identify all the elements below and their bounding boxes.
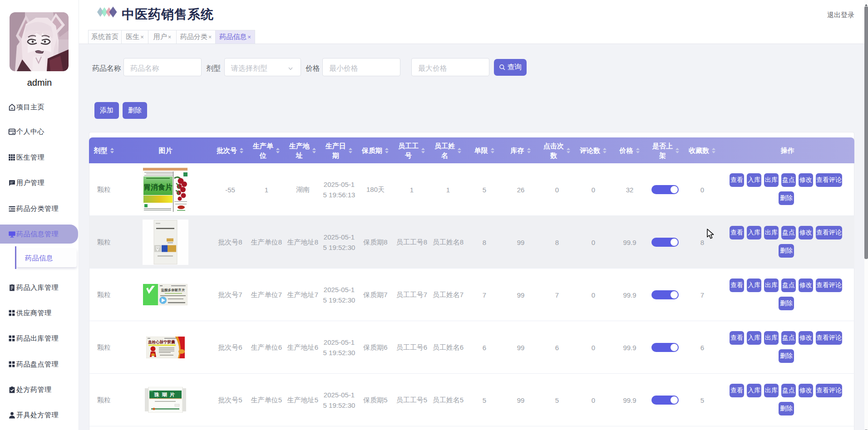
svg-text:胃消食片: 胃消食片 (143, 183, 173, 191)
svg-text:血栓心脉宁胶囊: 血栓心脉宁胶囊 (148, 340, 175, 344)
svg-text:珠瑚片: 珠瑚片 (154, 392, 178, 397)
svg-text:盐酸多奈哌齐片: 盐酸多奈哌齐片 (161, 288, 185, 292)
